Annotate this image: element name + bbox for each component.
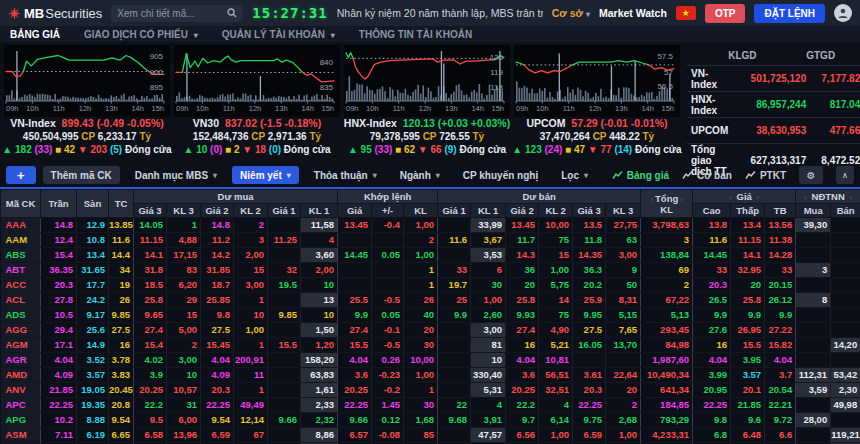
svg-text:12h: 12h — [249, 104, 262, 113]
niem-yet-tab[interactable]: Niêm yết▾ — [232, 166, 299, 184]
view-ptkt-button[interactable]: PTKT — [745, 170, 786, 181]
them-ma-ck-button[interactable]: Thêm mã CK — [43, 166, 120, 184]
index-value: 837.02 (-1.5 -0.18%) — [225, 117, 321, 129]
stock-code: AAA — [1, 218, 41, 233]
cell: 5,00 — [167, 323, 201, 338]
stock-row-ABS[interactable]: ABS15.413.414.414.117,1514.22,003,6014.4… — [1, 248, 860, 263]
cell: 10 — [167, 368, 201, 383]
cell: 9.95 — [573, 308, 606, 323]
sub-header-gia-0: Cao — [693, 204, 731, 218]
stock-row-AAA[interactable]: AAA14.812.913.8514.05114.8211,5813.45-0.… — [1, 218, 860, 233]
cell: 27.5 — [573, 323, 606, 338]
cell: 20.3 — [201, 383, 234, 398]
add-symbol-button[interactable]: + — [6, 166, 36, 184]
vietnam-flag-icon[interactable]: ★ — [676, 6, 696, 20]
danh-muc-mbs-dropdown[interactable]: Danh mục MBS▾ — [127, 166, 225, 184]
cell: 4.04 — [338, 353, 372, 368]
stock-row-AGM[interactable]: AGM17.114.91615.4215.45115.51,2015.5-0.5… — [1, 338, 860, 353]
cell: 158,20 — [301, 353, 338, 368]
cell: 641,34 — [641, 383, 693, 398]
view-co-ban-button[interactable]: Cơ bản — [682, 170, 732, 181]
cell: 81 — [471, 338, 506, 353]
stock-row-APC[interactable]: APC22.2519.3520.822.23122.2549,492,3322.… — [1, 398, 860, 413]
dat-lenh-button[interactable]: ĐẶT LỆNH — [754, 4, 825, 23]
cell: 1,50 — [301, 323, 338, 338]
cell: 27.6 — [693, 323, 731, 338]
loc-dropdown[interactable]: Lọc▾ — [553, 166, 596, 184]
svg-text:12h: 12h — [589, 104, 602, 113]
cell: 2 — [167, 338, 201, 353]
cell — [268, 293, 301, 308]
cell: 49,49 — [234, 398, 268, 413]
sub-header-mua-5: KL 1 — [301, 204, 338, 218]
cell: 20.3 — [41, 278, 77, 293]
cell: 1 — [234, 293, 268, 308]
collapse-button[interactable]: ∧ — [836, 166, 854, 184]
cell: 1 — [404, 278, 438, 293]
cell: 67,22 — [641, 293, 693, 308]
nav-tab-thông-tin-tài-khoản[interactable]: THÔNG TIN TÀI KHOẢN — [359, 29, 472, 40]
cell: 84,98 — [641, 338, 693, 353]
cell: 3.61 — [573, 368, 606, 383]
cell: 3,00 — [606, 248, 641, 263]
view-bang-gia-button[interactable]: Bảng giá — [612, 170, 669, 181]
stock-row-ANV[interactable]: ANV21.8519.0520.4520.2510,5720.311,6120.… — [1, 383, 860, 398]
cell: 2 — [234, 218, 268, 233]
cell: 9.9 — [693, 308, 731, 323]
stock-row-ADS[interactable]: ADS10.59.179.859.65159.8109.85109.90.054… — [1, 308, 860, 323]
stock-row-AMD[interactable]: AMD4.093.573.833.9104.091163,833.6-0.231… — [1, 368, 860, 383]
market-watch-link[interactable]: Market Watch — [599, 7, 667, 19]
cell: 13.5 — [573, 218, 606, 233]
cell: 20.1 — [731, 383, 765, 398]
co-so-dropdown[interactable]: Cơ sở▾ — [552, 7, 590, 19]
cell: -0.5 — [372, 293, 404, 308]
cell: 5,15 — [606, 308, 641, 323]
cell: 3.78 — [109, 353, 134, 368]
cell: 18.7 — [201, 278, 234, 293]
user-avatar[interactable] — [834, 4, 852, 22]
cell — [268, 218, 301, 233]
stock-row-ACL[interactable]: ACL27.824.22625.82925.8511325.5-0.526251… — [1, 293, 860, 308]
cell: 138,84 — [641, 248, 693, 263]
cell: 36 — [506, 263, 539, 278]
nav-tab-bảng-giá[interactable]: BẢNG GIÁ — [10, 29, 60, 40]
cell: 1,00 — [404, 248, 438, 263]
index-turnover: 2,971.36 — [268, 131, 307, 142]
otp-button[interactable]: OTP — [705, 4, 746, 23]
cell: 63,83 — [301, 368, 338, 383]
index-name: VN30 — [193, 117, 219, 129]
svg-text:119: 119 — [490, 68, 503, 77]
stock-row-APG[interactable]: APG10.28.889.549.56,009.5412,149.662,329… — [1, 413, 860, 428]
thoa-thuan-tab[interactable]: Thỏa thuận▾ — [306, 166, 385, 184]
stock-row-ABT[interactable]: ABT36.3531.653431.88331.8515322,00133636… — [1, 263, 860, 278]
stock-row-AAM[interactable]: AAM12.410.811.611.154,8811.2311.254211.6… — [1, 233, 860, 248]
cell: 0.05 — [372, 248, 404, 263]
cell: 3,00 — [167, 353, 201, 368]
stock-row-AGG[interactable]: AGG29.425.627.527.45,0027.51,001,5027.4-… — [1, 323, 860, 338]
settings-button[interactable]: ⚙ — [799, 166, 823, 184]
cell: 6.48 — [731, 428, 765, 443]
cell: 36.3 — [573, 263, 606, 278]
search-icon[interactable] — [227, 8, 237, 18]
cp-khuyen-nghi-tab[interactable]: CP khuyến nghị — [455, 166, 546, 184]
cell: 16 — [693, 338, 731, 353]
index-volume: 450,504,995 — [23, 131, 79, 142]
cell: 9.66 — [268, 413, 301, 428]
cell: 20.25 — [506, 383, 539, 398]
cell: 56,51 — [539, 368, 573, 383]
stock-row-ACC[interactable]: ACC20.317.71918.56,2018.73,0019.510119.7… — [1, 278, 860, 293]
nganh-dropdown[interactable]: Ngành▾ — [392, 166, 448, 184]
cell: 9.54 — [201, 413, 234, 428]
index-value: 120.13 (+0.03 +0.03%) — [403, 117, 510, 129]
cell: 10 — [301, 278, 338, 293]
cell: 2,33 — [301, 398, 338, 413]
nav-tab-quản-lý-tài-khoản[interactable]: QUẢN LÝ TÀI KHOẢN ▾ — [222, 29, 335, 40]
search-input[interactable]: Xem chi tiết mã... — [111, 5, 243, 22]
cell: 25.85 — [201, 293, 234, 308]
svg-text:57: 57 — [664, 68, 673, 77]
cell: 22.25 — [338, 398, 372, 413]
stock-row-ASM[interactable]: ASM7.116.196.656.5813,966.59678,866.57-0… — [1, 428, 860, 443]
stock-row-AGR[interactable]: AGR4.043.523.784.023,004.04200,91158,204… — [1, 353, 860, 368]
cell — [372, 278, 404, 293]
nav-tab-giao-dịch-cổ-phiếu[interactable]: GIAO DỊCH CỔ PHIẾU ▾ — [84, 29, 198, 40]
